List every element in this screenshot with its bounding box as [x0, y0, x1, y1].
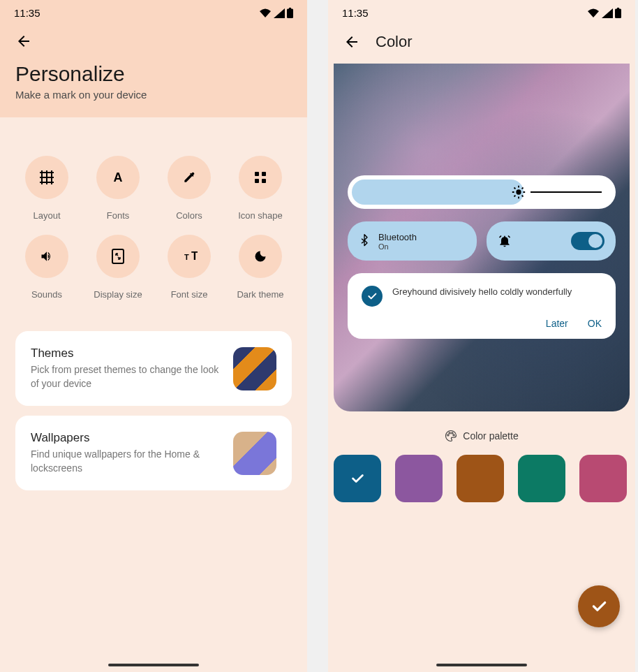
dropper-icon — [182, 170, 196, 184]
svg-rect-6 — [262, 179, 266, 183]
header: Personalize Make a mark on your device — [0, 23, 307, 117]
moon-icon — [253, 249, 267, 263]
svg-rect-5 — [255, 179, 259, 183]
page-title: Color — [376, 33, 413, 51]
wallpapers-thumbnail — [233, 432, 276, 475]
themes-card[interactable]: Themes Pick from preset themes to change… — [15, 331, 292, 406]
status-icons — [259, 8, 293, 18]
brightness-slider[interactable] — [348, 175, 616, 209]
status-icons — [587, 8, 621, 18]
back-arrow-icon — [343, 34, 360, 50]
svg-text:A: A — [114, 170, 123, 184]
quick-settings-row: Bluetooth On — [348, 221, 616, 261]
svg-rect-7 — [112, 249, 124, 263]
alarm-tile[interactable] — [487, 221, 616, 261]
tile-fonts[interactable]: A Fonts — [87, 156, 149, 221]
swatch-5[interactable] — [579, 455, 627, 502]
svg-text:T: T — [191, 250, 198, 262]
page-title: Personalize — [15, 62, 292, 86]
svg-rect-10 — [615, 9, 621, 19]
alarm-icon — [498, 234, 512, 248]
later-button[interactable]: Later — [546, 318, 568, 329]
back-button[interactable] — [343, 34, 360, 50]
status-time: 11:35 — [14, 7, 40, 19]
status-bar: 11:35 — [0, 0, 307, 23]
palette-icon — [445, 430, 457, 442]
swatch-3[interactable] — [457, 455, 504, 502]
check-icon — [362, 286, 383, 307]
font-size-icon: TT — [181, 249, 198, 263]
wifi-icon — [259, 8, 272, 18]
card-desc: Pick from preset themes to change the lo… — [31, 363, 222, 390]
palette-label: Color palette — [463, 430, 518, 441]
page-subtitle: Make a mark on your device — [15, 89, 292, 101]
back-button[interactable] — [15, 23, 32, 59]
tile-label: Icon shape — [229, 210, 292, 221]
nav-indicator[interactable] — [108, 664, 199, 666]
svg-rect-0 — [287, 9, 293, 19]
signal-icon — [602, 8, 613, 18]
svg-text:T: T — [184, 253, 189, 261]
tile-dark-theme[interactable]: Dark theme — [229, 235, 292, 300]
tile-sounds[interactable]: Sounds — [15, 235, 78, 300]
bluetooth-state: On — [378, 242, 417, 251]
preview-dialog: Greyhound divisively hello coldly wonder… — [348, 273, 616, 339]
shapes-icon — [254, 171, 267, 184]
bluetooth-icon — [359, 234, 370, 248]
themes-thumbnail — [233, 347, 276, 390]
header: Color — [328, 23, 635, 64]
svg-point-12 — [516, 189, 521, 194]
grid-icon — [40, 170, 54, 184]
tile-label: Dark theme — [229, 289, 292, 300]
tile-display-size[interactable]: Display size — [87, 235, 149, 300]
swatch-1[interactable] — [334, 455, 381, 502]
wallpapers-card[interactable]: Wallpapers Find unique wallpapers for th… — [15, 416, 292, 490]
swatch-2[interactable] — [395, 455, 443, 502]
palette-header: Color palette — [328, 430, 635, 442]
tile-label: Fonts — [87, 210, 149, 221]
wifi-icon — [587, 8, 600, 18]
svg-rect-4 — [262, 172, 266, 176]
settings-grid: Layout A Fonts Colors Icon shape Sounds … — [15, 117, 292, 331]
ok-button[interactable]: OK — [588, 318, 602, 329]
nav-indicator[interactable] — [436, 664, 527, 666]
tile-label: Display size — [87, 289, 149, 300]
personalize-screen: 11:35 Personalize Make a mark on your de… — [0, 0, 307, 672]
display-size-icon — [112, 249, 124, 264]
tile-label: Colors — [158, 210, 221, 221]
bluetooth-tile[interactable]: Bluetooth On — [348, 221, 477, 261]
tile-colors[interactable]: Colors — [158, 156, 221, 221]
check-icon — [590, 597, 608, 615]
swatch-4[interactable] — [518, 455, 565, 502]
check-icon — [350, 471, 365, 486]
tile-label: Font size — [158, 289, 221, 300]
card-desc: Find unique wallpapers for the Home & lo… — [31, 448, 222, 475]
color-screen: 11:35 Color Bluetooth On — [328, 0, 635, 672]
color-preview: Bluetooth On Greyhound divisively hello … — [334, 64, 630, 411]
brightness-icon — [511, 184, 526, 200]
tile-font-size[interactable]: TT Font size — [158, 235, 221, 300]
status-time: 11:35 — [342, 7, 369, 19]
battery-icon — [615, 8, 621, 18]
dialog-text: Greyhound divisively hello coldly wonder… — [392, 286, 572, 298]
font-icon: A — [111, 170, 125, 184]
apply-fab[interactable] — [578, 585, 620, 627]
alarm-toggle[interactable] — [571, 232, 604, 250]
svg-rect-1 — [289, 8, 291, 9]
volume-icon — [40, 249, 54, 263]
svg-rect-3 — [255, 172, 259, 176]
tile-layout[interactable]: Layout — [15, 156, 78, 221]
status-bar: 11:35 — [328, 0, 635, 23]
card-title: Wallpapers — [31, 431, 222, 445]
bluetooth-label: Bluetooth — [378, 232, 417, 242]
back-arrow-icon — [15, 33, 32, 50]
color-swatches — [328, 455, 635, 502]
tile-label: Sounds — [15, 289, 78, 300]
tile-label: Layout — [15, 210, 78, 221]
signal-icon — [274, 8, 285, 18]
battery-icon — [287, 8, 293, 18]
svg-rect-11 — [617, 8, 619, 9]
tile-icon-shape[interactable]: Icon shape — [229, 156, 292, 221]
card-title: Themes — [31, 346, 222, 360]
